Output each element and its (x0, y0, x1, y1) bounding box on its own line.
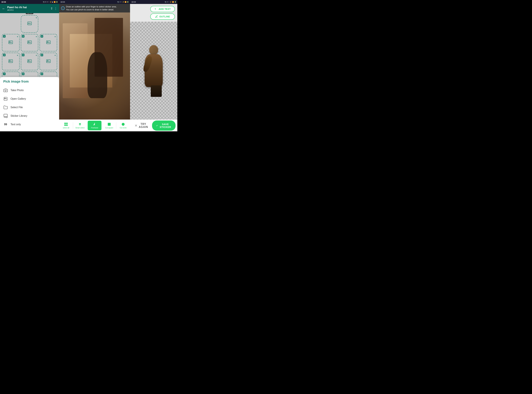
svg-rect-19 (64, 123, 66, 124)
toolbar-bottom: select all Smart select Freehand Cu (59, 119, 130, 131)
sticker-cell-6[interactable]: 6 + (40, 53, 57, 70)
time-left: 18:04 (1, 1, 6, 3)
svg-point-5 (28, 41, 29, 42)
info-text: Draw an outline with your finger to sele… (66, 5, 117, 11)
svg-point-14 (5, 90, 6, 91)
info-banner: i Draw an outline with your finger to se… (59, 4, 130, 12)
select-file-item[interactable]: Select File (3, 103, 56, 112)
select-all-tool[interactable]: select all (59, 120, 73, 131)
sticker-grid: tray icon + 1 + 2 + 3 + 4 + (0, 13, 59, 77)
sticker-cell-2[interactable]: 2 + (21, 34, 38, 52)
sticker-cell-9[interactable]: 9 (40, 72, 57, 77)
bottom-actions: ✕ TRY AGAIN SAVE STICKER (130, 119, 177, 131)
cell-number: 6 (41, 54, 43, 56)
text-only-icon: 99 (3, 122, 8, 127)
info-icon: i (61, 6, 65, 10)
sticker-cell-3[interactable]: 3 + (40, 34, 57, 52)
add-photo-icon (8, 40, 13, 45)
take-photo-item[interactable]: Take Photo (3, 86, 56, 94)
take-photo-label: Take Photo (10, 89, 24, 92)
plus-badge: + (55, 54, 56, 57)
file-icon (3, 105, 8, 110)
cell-number: 8 (22, 73, 25, 75)
smart-select-icon (78, 122, 82, 126)
status-bar-right: 18:04 📷✕• ⚡📶🔋 (130, 0, 177, 4)
svg-rect-24 (108, 123, 110, 126)
canvas-area[interactable] (59, 12, 130, 119)
sticker-cell-1[interactable]: 1 + (2, 34, 20, 52)
add-photo-icon (8, 59, 13, 64)
svg-point-23 (79, 123, 81, 124)
svg-rect-21 (64, 124, 66, 126)
text-only-item[interactable]: 99 Text only (3, 120, 56, 129)
sticker-cell-4[interactable]: 4 + (2, 53, 20, 70)
svg-point-13 (47, 60, 48, 61)
add-photo-icon (27, 40, 32, 45)
menu-icon[interactable]: ⋮ (54, 7, 57, 10)
svg-point-25 (122, 123, 125, 126)
freehand-label: Freehand (91, 127, 98, 129)
sticker-library-label: Sticker Library (10, 114, 27, 117)
status-bar-mid: 18:04 📷✕• ⚡📶🔋 (59, 0, 130, 4)
add-text-button[interactable]: T ADD TEXT (150, 6, 175, 12)
tool-divider (87, 122, 87, 129)
cut-square-tool[interactable]: Cut square (102, 120, 116, 131)
plus-badge: + (36, 54, 37, 57)
cut-circle-tool[interactable]: Cut circle (116, 120, 130, 131)
cut-circle-icon (121, 122, 125, 126)
svg-rect-22 (66, 124, 68, 126)
share-icon[interactable]: ⇧ (50, 7, 53, 10)
select-all-icon (64, 122, 68, 126)
tray-tooltip: tray icon (26, 13, 33, 14)
sticker-cell-7[interactable]: 7 (2, 72, 20, 77)
outline-label: OUTLINE (159, 15, 170, 18)
select-file-label: Select File (10, 106, 23, 109)
add-photo-icon (27, 59, 32, 64)
status-icons-left: 📷✉✕• ⚡▶📶🔋 (43, 1, 58, 3)
sticker-person-container (139, 43, 168, 98)
sticker-cell-8[interactable]: 8 (21, 72, 38, 77)
bottom-sheet-title: Pick image from (3, 80, 56, 83)
add-photo-icon (46, 40, 51, 45)
select-all-label: select all (63, 127, 69, 129)
photo-area (59, 12, 130, 119)
cell-number: 5 (22, 54, 25, 56)
try-again-button[interactable]: ✕ TRY AGAIN (132, 121, 151, 130)
chat-title: Pawri ho rhi hai (7, 6, 48, 9)
sticker-leg-right (155, 85, 162, 97)
cut-square-icon (107, 122, 111, 126)
smart-select-tool[interactable]: Smart select (73, 120, 87, 131)
sticker-head (149, 45, 158, 55)
gallery-icon (3, 97, 8, 101)
open-gallery-label: Open Gallery (10, 97, 26, 100)
plus-badge: + (36, 35, 37, 38)
time-mid: 18:04 (60, 1, 65, 3)
bottom-sheet: Pick image from Take Photo Open Gallery (0, 77, 59, 131)
plus-badge: + (36, 16, 37, 19)
text-only-label: Text only (10, 123, 21, 126)
status-icons-right: 📷✕• ⚡📶🔋 (165, 1, 176, 3)
sticker-cell-5[interactable]: 5 + (21, 53, 38, 70)
camera-icon (3, 88, 8, 93)
freehand-tool[interactable]: Freehand (88, 121, 101, 130)
open-gallery-item[interactable]: Open Gallery (3, 94, 56, 103)
svg-point-3 (10, 41, 10, 42)
freehand-icon (93, 122, 97, 126)
add-text-label: ADD TEXT (159, 8, 171, 10)
sticker-library-item[interactable]: Sticker Library (3, 112, 56, 120)
add-image-icon (27, 21, 32, 26)
svg-point-7 (47, 41, 48, 42)
outline-button[interactable]: OUTLINE (150, 13, 175, 20)
svg-rect-17 (4, 114, 7, 117)
preview-canvas (130, 22, 177, 119)
tray-icon-cell[interactable]: tray icon + (21, 15, 38, 33)
app-header: ← Pawri ho rhi hai ak1411 ⇧ ⋮ (0, 4, 59, 13)
back-button[interactable]: ← (2, 7, 5, 10)
svg-text:T: T (155, 8, 156, 10)
smart-select-label: Smart select (75, 127, 84, 129)
save-sticker-button[interactable]: SAVE STICKER (152, 120, 176, 131)
svg-point-1 (28, 23, 29, 23)
person-silhouette (88, 52, 107, 98)
try-again-label: TRY AGAIN (139, 123, 148, 129)
text-icon: T (154, 8, 157, 10)
